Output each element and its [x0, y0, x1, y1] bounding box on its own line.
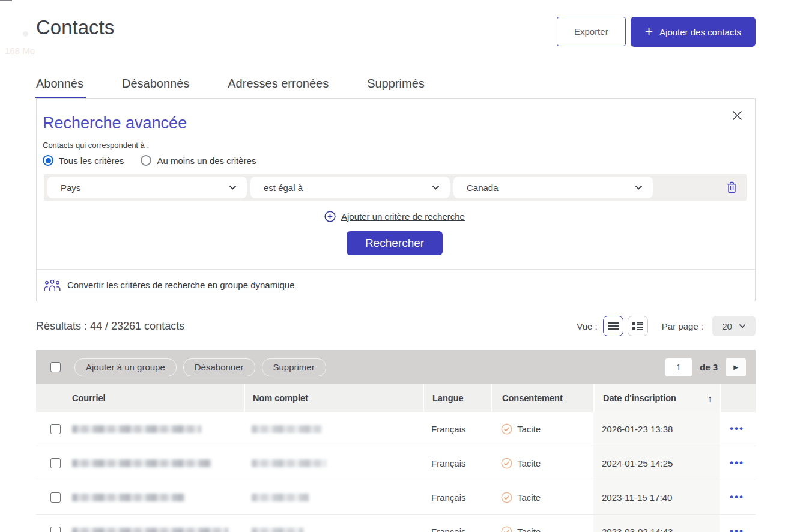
consent-cell: Tacite — [491, 412, 593, 446]
consent-label: Tacite — [517, 492, 541, 503]
redacted-email — [72, 459, 211, 467]
convert-to-dynamic-group-link[interactable]: Convertir les critères de recherche en g… — [67, 280, 295, 290]
search-criteria-row: Pays est égal à Canada — [44, 174, 747, 201]
chevron-down-icon — [229, 185, 237, 190]
date-cell: 2026-01-23 13:38 — [593, 412, 720, 446]
radio-all-criteria[interactable]: Tous les critères — [43, 155, 124, 166]
tab-supprimes-label: Supprimés — [367, 77, 425, 90]
radio-unselected-icon — [141, 155, 151, 166]
header-consentement[interactable]: Consentement — [491, 384, 593, 412]
match-criteria-label: Contacts qui correspondent à : — [43, 141, 747, 150]
row-checkbox[interactable] — [50, 458, 61, 468]
add-contacts-button[interactable]: + Ajouter des contacts — [631, 17, 756, 47]
table-row: Français Tacite 2024-01-25 14:25 ••• — [36, 446, 756, 480]
redacted-email — [72, 494, 185, 501]
criteria-operator-select[interactable]: est égal à — [250, 177, 450, 198]
trash-icon[interactable] — [727, 181, 737, 193]
next-page-button[interactable]: ▶ — [726, 358, 746, 376]
table-row: Français Tacite 2026-01-23 13:38 ••• — [36, 412, 756, 446]
plus-circle-icon — [324, 211, 336, 222]
consent-label: Tacite — [517, 424, 541, 434]
contacts-tabs: Abonnés Désabonnés Adresses erronées Sup… — [36, 77, 756, 98]
list-view-icon — [608, 322, 619, 330]
criteria-value-value: Canada — [467, 183, 499, 193]
tab-desabonnes-label: Désabonnés — [122, 77, 189, 90]
redacted-name — [252, 494, 309, 501]
consent-label: Tacite — [517, 458, 541, 468]
language-cell: Français — [423, 515, 491, 532]
contacts-page: 168 Mo Contacts Exporter + Ajouter des c… — [0, 0, 794, 532]
tab-supprimes[interactable]: Supprimés — [367, 77, 425, 98]
consent-check-circle-icon — [501, 458, 512, 469]
header-courriel[interactable]: Courriel — [65, 384, 244, 412]
criteria-field-value: Pays — [61, 183, 80, 193]
delete-button[interactable]: Supprimer — [262, 358, 326, 376]
redacted-email — [72, 425, 201, 433]
email-cell — [65, 515, 244, 532]
radio-selected-icon — [43, 155, 53, 166]
redacted-name — [252, 459, 326, 467]
name-cell — [244, 480, 423, 514]
export-button-label: Exporter — [574, 26, 608, 37]
criteria-field-select[interactable]: Pays — [47, 177, 247, 198]
consent-check-circle-icon — [501, 423, 512, 435]
consent-cell: Tacite — [491, 446, 593, 480]
table-toolbar: Ajouter à un groupe Désabonner Supprimer… — [36, 350, 756, 384]
language-cell: Français — [423, 480, 491, 514]
card-view-button[interactable] — [628, 316, 648, 336]
radio-all-criteria-label: Tous les critères — [59, 156, 124, 166]
tab-abonnes-label: Abonnés — [36, 77, 83, 90]
close-icon[interactable] — [732, 110, 742, 121]
redacted-email — [72, 528, 228, 532]
consent-check-circle-icon — [501, 492, 512, 503]
row-checkbox[interactable] — [50, 527, 61, 532]
tab-desabonnes[interactable]: Désabonnés — [122, 77, 189, 98]
sidebar-remnant-dot — [23, 31, 28, 37]
header-checkbox-column — [36, 384, 65, 412]
unsubscribe-button[interactable]: Désabonner — [183, 358, 255, 376]
row-checkbox[interactable] — [50, 492, 61, 503]
header-date-inscription-label: Date d'inscription — [603, 393, 676, 403]
export-button[interactable]: Exporter — [557, 17, 626, 46]
consent-cell: Tacite — [491, 480, 593, 514]
table-header-row: Courriel Nom complet Langue Consentement… — [36, 384, 756, 412]
radio-any-criteria[interactable]: Au moins un des critères — [141, 155, 256, 166]
language-cell: Français — [423, 446, 491, 480]
tab-abonnes[interactable]: Abonnés — [36, 77, 83, 98]
header-date-inscription[interactable]: Date d'inscription ↑ — [593, 384, 720, 412]
table-row: Français Tacite 2023-11-15 17:40 ••• — [36, 480, 756, 515]
add-to-group-label: Ajouter à un groupe — [86, 362, 165, 372]
search-button[interactable]: Rechercher — [347, 231, 443, 255]
language-cell: Français — [423, 412, 491, 446]
tab-adresses-erronees[interactable]: Adresses erronées — [228, 77, 329, 98]
row-actions-menu-icon[interactable]: ••• — [730, 423, 744, 435]
sidebar-remnant-quota-text: 168 Mo — [5, 46, 35, 56]
unsubscribe-label: Désabonner — [195, 362, 244, 372]
row-actions-menu-icon[interactable]: ••• — [730, 457, 744, 469]
next-page-arrow-icon: ▶ — [733, 364, 738, 370]
sort-ascending-icon[interactable]: ↑ — [708, 393, 713, 404]
add-criteria-link[interactable]: Ajouter un critère de recherche — [341, 211, 465, 222]
per-page-select[interactable]: 20 — [712, 316, 756, 336]
name-cell — [244, 412, 423, 446]
criteria-operator-value: est égal à — [264, 183, 303, 193]
criteria-value-select[interactable]: Canada — [453, 177, 653, 198]
row-checkbox[interactable] — [50, 424, 61, 434]
select-all-checkbox[interactable] — [50, 362, 61, 372]
header-nom-complet[interactable]: Nom complet — [244, 384, 423, 412]
sidebar-remnant-line — [0, 0, 12, 1]
date-cell: 2023-03-02 14:43 — [593, 515, 720, 532]
add-to-group-button[interactable]: Ajouter à un groupe — [74, 358, 177, 376]
header-langue[interactable]: Langue — [423, 384, 491, 412]
row-actions-menu-icon[interactable]: ••• — [730, 491, 744, 503]
add-contacts-button-label: Ajouter des contacts — [659, 27, 741, 37]
consent-check-circle-icon — [501, 526, 512, 532]
row-actions-menu-icon[interactable]: ••• — [730, 525, 744, 532]
table-row: Français Tacite 2023-03-02 14:43 ••• — [36, 515, 756, 532]
list-view-button[interactable] — [603, 316, 623, 336]
per-page-value: 20 — [722, 321, 732, 331]
group-people-icon — [44, 279, 61, 291]
page-number-input[interactable] — [665, 358, 692, 376]
card-view-icon — [632, 322, 643, 330]
results-bar: Résultats : 44 / 23261 contacts Vue : Pa… — [36, 315, 756, 337]
